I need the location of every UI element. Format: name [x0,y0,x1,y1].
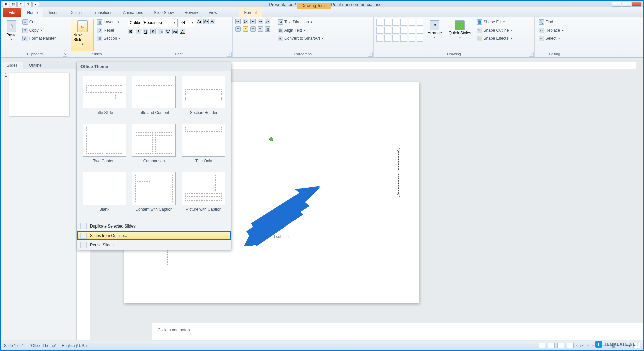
char-spacing-icon[interactable]: AV [165,29,170,34]
tab-animations[interactable]: Animations [118,8,148,17]
layout-title-slide[interactable]: Title Slide [81,76,127,120]
section-button[interactable]: ▤Section▼ [96,35,122,42]
select-button[interactable]: ↖Select▼ [537,35,566,42]
shape-effects-button[interactable]: ✨Shape Effects▼ [475,35,514,42]
clipboard-dialog-launcher[interactable]: ↘ [63,52,67,57]
resize-handle[interactable] [397,148,400,151]
line-spacing-icon[interactable]: ↕≡ [265,19,270,24]
layout-picture-caption[interactable]: Picture with Caption [180,172,227,217]
italic-icon[interactable]: I [136,29,141,34]
maximize-button[interactable] [622,2,631,7]
find-button[interactable]: 🔍Find [537,19,566,26]
resize-handle[interactable] [397,171,400,174]
tab-insert[interactable]: Insert [43,8,64,17]
align-center-icon[interactable]: ≡ [243,26,248,32]
slides-from-outline-item[interactable]: Slides from Outline... [77,231,231,240]
slides-panel-tab[interactable]: Slides [1,62,23,69]
shape-scribble-icon[interactable] [417,35,423,42]
tab-transitions[interactable]: Transitions [88,8,118,17]
shadow-icon[interactable]: abc [158,29,163,34]
layout-button[interactable]: ▦Layout▼ [96,19,122,26]
tab-design[interactable]: Design [64,8,87,17]
shape-connector-icon[interactable] [392,35,399,42]
align-right-icon[interactable]: ≡ [250,26,256,32]
shape-brace-icon[interactable] [400,27,407,34]
slide-thumbnail[interactable]: 1 [5,73,73,116]
shape-hex-icon[interactable] [384,35,391,42]
close-button[interactable] [632,2,641,7]
shape-rect-icon[interactable] [376,19,383,26]
tab-format[interactable]: Format [239,8,262,17]
notes-pane[interactable]: Click to add notes [152,323,643,340]
new-slide-button[interactable]: ▭ New Slide ▼ [71,19,94,51]
minimize-button[interactable] [612,2,621,7]
layout-blank[interactable]: Blank [81,172,127,217]
bullets-icon[interactable]: •≡ [235,19,241,24]
resize-handle[interactable] [397,194,400,197]
layout-title-content[interactable]: Title and Content [131,76,177,120]
shape-arrow-icon[interactable] [392,19,399,26]
resize-handle[interactable] [270,148,273,151]
layout-title-only[interactable]: Title Only [180,124,227,169]
slideshow-view-icon[interactable] [567,343,574,348]
strikethrough-icon[interactable]: S [150,29,156,34]
shape-fill-button[interactable]: 🪣Shape Fill▼ [475,19,514,26]
duplicate-slides-item[interactable]: Duplicate Selected Slides [77,221,231,231]
shape-rounded-icon[interactable] [417,19,423,26]
shape-diamond-icon[interactable] [384,27,391,34]
shape-arrow2-icon[interactable] [392,27,399,34]
text-direction-button[interactable]: ↕AText Direction▼ [276,19,325,26]
shape-oval-icon[interactable] [409,19,415,26]
paragraph-dialog-launcher[interactable]: ↘ [368,52,373,57]
increase-indent-icon[interactable]: ⇥ [258,19,263,24]
outline-panel-tab[interactable]: Outline [23,62,47,69]
redo-icon[interactable]: ↷ [25,2,32,7]
reading-view-icon[interactable] [557,343,564,348]
reset-button[interactable]: ↺Reset [96,27,122,34]
status-language[interactable]: English (U.S.) [62,343,87,348]
layout-content-caption[interactable]: Content with Caption [131,172,177,217]
zoom-percent[interactable]: 65% [576,343,584,348]
shape-triangle-icon[interactable] [376,27,383,34]
tab-slideshow[interactable]: Slide Show [148,8,179,17]
font-name-combo[interactable]: Calibri (Headings)▼ [128,19,178,27]
shape-curve-icon[interactable] [400,35,407,42]
replace-button[interactable]: ⇄Replace▼ [537,27,566,34]
font-dialog-launcher[interactable]: ↘ [227,52,232,57]
undo-icon[interactable]: ↶ [17,2,24,7]
shape-line-icon[interactable] [384,19,391,26]
file-tab[interactable]: File [3,8,21,17]
font-size-combo[interactable]: 44▼ [179,19,195,27]
clear-formatting-icon[interactable]: Aₓ [210,19,215,24]
shape-callout-icon[interactable] [409,27,415,34]
arrange-button[interactable]: ⧉ Arrange ▼ [425,19,444,51]
quick-styles-button[interactable]: Quick Styles ▼ [446,19,474,51]
tab-view[interactable]: View [203,8,223,17]
drawing-dialog-launcher[interactable]: ↘ [529,52,534,57]
shape-star-icon[interactable] [376,35,383,42]
tab-home[interactable]: Home [21,8,43,17]
shape-outline-button[interactable]: ✎Shape Outline▼ [475,27,514,34]
change-case-icon[interactable]: Aa [172,29,178,34]
layout-section-header[interactable]: Section Header [180,76,227,120]
qat-customize-icon[interactable]: ▾ [32,2,39,7]
shape-freeform-icon[interactable] [409,35,415,42]
shrink-font-icon[interactable]: A▾ [203,19,209,24]
layout-two-content[interactable]: Two Content [81,124,127,169]
shape-rect2-icon[interactable] [400,19,407,26]
shapes-gallery[interactable] [376,19,423,51]
sorter-view-icon[interactable] [548,343,555,348]
font-color-icon[interactable]: A [180,29,185,34]
paste-button[interactable]: 📋 Paste ▼ [4,19,19,51]
columns-icon[interactable]: ▥ [265,26,270,32]
underline-icon[interactable]: U [143,29,148,34]
format-painter-button[interactable]: 🖌Format Painter [21,35,57,42]
zoom-out-icon[interactable]: − [587,343,589,348]
rotate-handle[interactable] [269,137,273,141]
reuse-slides-item[interactable]: Reuse Slides... [77,240,231,250]
layout-comparison[interactable]: Comparison [131,124,177,169]
cut-button[interactable]: ✂Cut [21,19,57,26]
justify-icon[interactable]: ≡ [258,26,263,32]
save-icon[interactable]: 💾 [10,2,17,7]
shape-more-icon[interactable] [417,27,423,34]
